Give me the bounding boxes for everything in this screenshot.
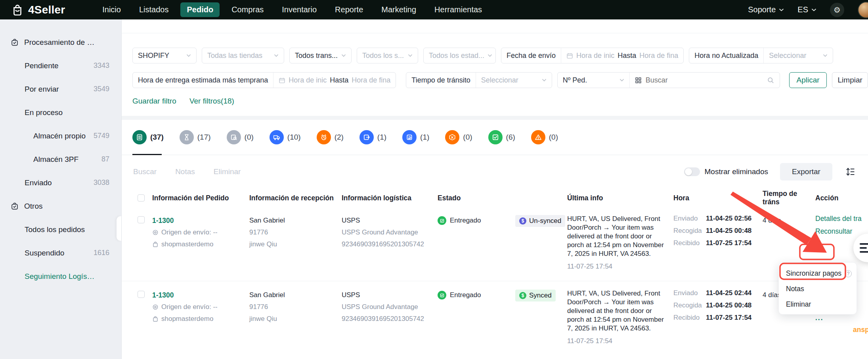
- logistics-cell: USPS USPS Ground Advantage 9234690391695…: [342, 215, 438, 250]
- time-value: 11-04-25 02:44: [706, 289, 751, 297]
- states-select[interactable]: Todos los estad...: [423, 48, 496, 63]
- nav-item-inicio[interactable]: Inicio: [96, 2, 127, 17]
- tab-warning[interactable]: (0): [531, 130, 558, 144]
- select-placeholder: Seleccionar: [481, 76, 518, 84]
- origin-text: Origen de envío: --: [161, 301, 218, 313]
- support-dropdown[interactable]: Soporte: [748, 5, 784, 14]
- not-updated-select[interactable]: Hora no Actualizada Seleccionar: [689, 48, 833, 63]
- tab-box-return[interactable]: (1): [402, 130, 429, 144]
- stores-select[interactable]: Todas las tiendas: [202, 48, 284, 63]
- sync-cell: $ Synced: [515, 289, 567, 301]
- sidebar-item-enviado[interactable]: Enviado 3038: [0, 171, 121, 194]
- view-filters-link[interactable]: Ver filtros(18): [189, 97, 234, 106]
- bulk-delete-button[interactable]: Eliminar: [214, 167, 241, 176]
- sidebar-item-seguimiento-logistico[interactable]: Seguimiento Logístico: [0, 265, 121, 288]
- status-text: Entregado: [450, 289, 481, 301]
- row-checkbox[interactable]: [138, 291, 145, 298]
- time-cell: Enviado11-04-25 02:56 Recogida11-04-25 0…: [673, 215, 763, 251]
- platform-select[interactable]: SHOPIFY: [132, 48, 197, 63]
- export-button[interactable]: Exportar: [780, 163, 832, 180]
- bulk-notes-button[interactable]: Notas: [175, 167, 195, 176]
- brand-logo[interactable]: 4Seller: [11, 3, 65, 17]
- user-avatar[interactable]: [858, 2, 868, 18]
- nav-item-listados[interactable]: Listados: [133, 2, 175, 17]
- nav-item-herramientas[interactable]: Herramientas: [428, 2, 488, 17]
- menu-item-sincronizar-pagos[interactable]: Sincronizar pagos ?: [779, 266, 857, 281]
- show-deleted-toggle[interactable]: [684, 167, 700, 176]
- date-start-placeholder: Hora de inic: [576, 52, 614, 60]
- sidebar-item-count: 3038: [94, 179, 109, 187]
- sidebar-item-label: En proceso: [25, 108, 63, 117]
- sidebar-item-en-proceso[interactable]: En proceso: [0, 101, 121, 124]
- requery-link[interactable]: Reconsultar: [815, 227, 868, 236]
- sidebar-item-por-enviar[interactable]: Por enviar 3549: [0, 77, 121, 101]
- search-input[interactable]: [645, 76, 764, 85]
- eta-date-range[interactable]: Hora de entrega estimada más temprana Ho…: [132, 72, 396, 88]
- select-placeholder: Seleccionar: [769, 52, 806, 60]
- sidebar-item-count: 3343: [94, 61, 109, 70]
- order-number-link[interactable]: 1-1300: [152, 215, 249, 227]
- language-dropdown[interactable]: ES: [797, 5, 816, 14]
- col-header-transit: Tiempo de tráns: [763, 190, 815, 206]
- clear-button[interactable]: Limpiar: [832, 72, 868, 88]
- transit-time-select[interactable]: Tiempo de tránsito Seleccionar: [406, 72, 552, 88]
- menu-item-eliminar[interactable]: Eliminar: [779, 297, 857, 312]
- select-all-checkbox[interactable]: [138, 194, 145, 202]
- sidebar-item-suspendido[interactable]: Suspendido 1616: [0, 241, 121, 265]
- sidebar-item-label: Todos los pedidos: [25, 225, 85, 234]
- settings-button[interactable]: ⚙: [830, 3, 844, 17]
- store-bag-icon: [152, 241, 159, 248]
- box-out-icon: [363, 134, 370, 141]
- sidebar-item-count: 3549: [94, 85, 109, 93]
- bulk-search-button[interactable]: Buscar: [133, 167, 157, 176]
- sidebar-item-label: Por enviar: [25, 85, 59, 94]
- sidebar-item-almacen-propio[interactable]: Almacén propio 5749: [0, 124, 121, 148]
- tab-box-search[interactable]: (0): [227, 130, 254, 144]
- sidebar-item-pendiente[interactable]: Pendiente 3343: [0, 54, 121, 77]
- tab-delivered[interactable]: (6): [488, 130, 515, 144]
- order-number-link[interactable]: 1-1300: [152, 289, 249, 301]
- tab-count: (2): [335, 133, 344, 142]
- order-search-group: Nº Ped.: [557, 72, 780, 88]
- ship-date-range[interactable]: Fecha de envío Hora de inic Hasta Hora d…: [501, 48, 684, 63]
- menu-item-notas[interactable]: Notas: [779, 281, 857, 297]
- apply-button[interactable]: Aplicar: [789, 72, 827, 88]
- tab-alert[interactable]: (2): [317, 130, 344, 144]
- sidebar-item-almacen-3pf[interactable]: Almacén 3PF 87: [0, 148, 121, 171]
- chevron-down-icon: [811, 8, 816, 12]
- carrier: USPS: [342, 215, 438, 227]
- nav-item-inventario[interactable]: Inventario: [275, 2, 323, 17]
- more-actions-button[interactable]: ...: [815, 314, 868, 322]
- chevron-down-icon: [341, 54, 346, 57]
- nav-item-reporte[interactable]: Reporte: [329, 2, 369, 17]
- payment-sync-icon: $: [519, 292, 526, 299]
- services-select[interactable]: Todos los s...: [357, 48, 418, 63]
- search-input-wrap[interactable]: [629, 73, 780, 88]
- column-settings-icon[interactable]: [845, 167, 855, 177]
- nav-item-marketing[interactable]: Marketing: [375, 2, 423, 17]
- sidebar-collapse-handle[interactable]: [117, 216, 121, 241]
- carriers-select[interactable]: Todos trans...: [289, 48, 352, 63]
- save-filter-link[interactable]: Guardar filtro: [132, 97, 176, 106]
- states-placeholder: Todos los estad...: [429, 52, 484, 60]
- clipped-edge-text: ansp: [853, 326, 868, 334]
- sidebar-section-otros[interactable]: Otros: [0, 194, 121, 218]
- tab-orders[interactable]: (37): [132, 130, 164, 144]
- tab-pending[interactable]: (17): [180, 130, 211, 144]
- sync-status-badge: $ Un-synced: [515, 215, 565, 227]
- tracking-details-link[interactable]: Detalles del tra: [815, 215, 868, 223]
- tab-in-transit[interactable]: (10): [270, 130, 301, 144]
- tab-count: (1): [420, 133, 429, 142]
- not-updated-label: Hora no Actualizada: [694, 52, 758, 60]
- tab-box-cancel[interactable]: (0): [445, 130, 472, 144]
- nav-item-pedido[interactable]: Pedido: [180, 2, 220, 17]
- nav-item-compras[interactable]: Compras: [225, 2, 270, 17]
- sidebar-item-todos-los-pedidos[interactable]: Todos los pedidos: [0, 218, 121, 241]
- order-no-select[interactable]: Nº Ped.: [558, 73, 629, 88]
- tab-box-out[interactable]: (1): [359, 130, 386, 144]
- row-checkbox[interactable]: [138, 216, 145, 223]
- sidebar-item-label: Seguimiento Logístico: [25, 272, 95, 281]
- help-icon[interactable]: ?: [845, 270, 852, 277]
- sidebar-section-procesamiento[interactable]: Procesamiento de pedi...: [0, 31, 121, 54]
- filter-panel: SHOPIFY Todas las tiendas Todos trans...…: [122, 33, 868, 116]
